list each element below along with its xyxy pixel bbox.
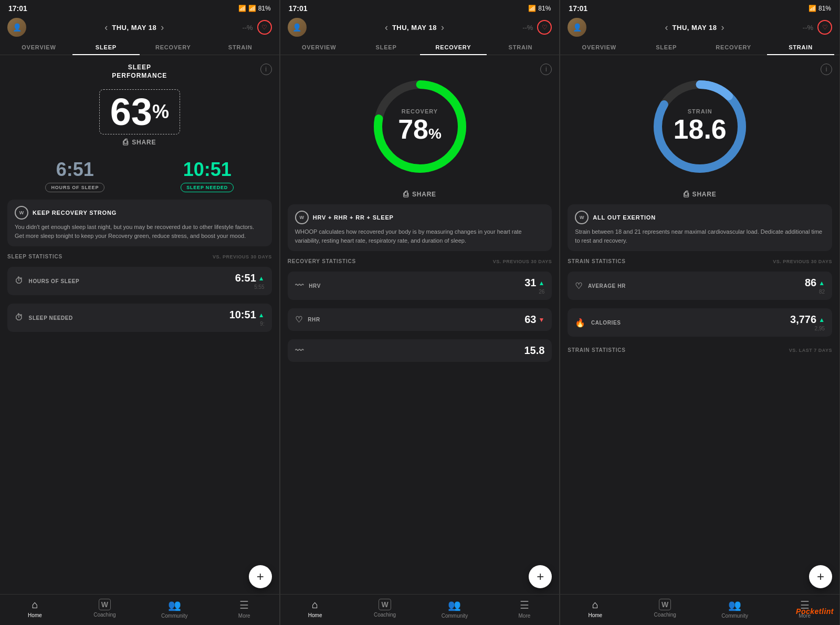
avatar-sleep[interactable]: 👤: [7, 18, 26, 37]
status-bar-sleep: 17:01 📶 📶 81%: [0, 0, 279, 15]
nav-community-sleep[interactable]: 👥 Community: [140, 599, 209, 619]
recovery-stat-rr-left: 〰: [295, 346, 309, 356]
battery-recovery: 81%: [538, 5, 551, 12]
tab-overview-recovery[interactable]: OVERVIEW: [286, 40, 353, 55]
strain-share-button[interactable]: ⎙ SHARE: [684, 190, 717, 199]
strain-stat-calories-right: 3,776 ▲ 2,95: [790, 314, 825, 331]
info-icon-strain[interactable]: i: [821, 64, 832, 75]
next-arrow-sleep[interactable]: ›: [161, 22, 164, 33]
strain-stats-vs2: VS. LAST 7 DAYS: [789, 348, 832, 353]
sleep-stat-needed-right: 10:51 ▲ 9:: [229, 309, 265, 327]
nav-more-recovery[interactable]: ☰ More: [489, 599, 559, 619]
tab-strain-recovery[interactable]: STRAIN: [487, 40, 554, 55]
sleep-stats-header: SLEEP STATISTICS VS. PREVIOUS 30 DAYS: [7, 252, 272, 262]
nav-community-recovery[interactable]: 👥 Community: [420, 599, 490, 619]
hrv-prev: 26: [539, 289, 544, 295]
sleep-stat-hours-right: 6:51 ▲ 5:55: [235, 272, 265, 290]
nav-home-strain[interactable]: ⌂ Home: [560, 599, 630, 619]
avghr-prev: 82: [819, 289, 825, 295]
nav-coaching-sleep[interactable]: W Coaching: [70, 599, 140, 619]
whoop-logo-sleep: W: [15, 206, 28, 220]
tab-overview-sleep[interactable]: OVERVIEW: [5, 40, 72, 55]
community-icon-recovery: 👥: [448, 599, 461, 611]
tab-recovery-recovery[interactable]: RECOVERY: [420, 40, 487, 55]
hours-of-sleep-value: 6:51: [56, 159, 94, 181]
recovery-share-label: SHARE: [412, 191, 436, 198]
sleep-stat-needed-left: ⏱ SLEEP NEEDED: [15, 313, 73, 322]
recovery-stat-rr-right: 15.8: [524, 345, 544, 357]
whoop-logo-strain: W: [575, 211, 589, 224]
tab-sleep-strain[interactable]: SLEEP: [633, 40, 700, 55]
tab-recovery-strain[interactable]: RECOVERY: [700, 40, 767, 55]
header-nav-strain: ‹ THU, MAY 18 ›: [591, 22, 798, 33]
sleep-stat-needed-label: SLEEP NEEDED: [29, 315, 73, 321]
sleep-share-button[interactable]: ⎙ SHARE: [123, 138, 156, 147]
community-icon-strain: 👥: [728, 599, 741, 611]
calories-trend: ▲: [818, 316, 825, 324]
recovery-stat-rhr: ♡ RHR 63 ▼: [288, 308, 552, 331]
sleep-panel: 17:01 📶 📶 81% 👤 ‹ THU, MAY 18 › --% ♡ OV…: [0, 0, 280, 625]
nav-coaching-recovery[interactable]: W Coaching: [350, 599, 420, 619]
recovery-ring-value: 78%: [398, 114, 442, 144]
strain-ring-value: 18.6: [674, 114, 727, 144]
whoop-logo-recovery: W: [295, 211, 309, 224]
header-right-strain: --% ♡: [803, 20, 832, 35]
strain-ring-center: STRAIN 18.6: [674, 108, 727, 144]
strain-ring: STRAIN 18.6: [647, 74, 752, 179]
tab-sleep-sleep[interactable]: SLEEP: [72, 40, 140, 55]
coaching-icon-sleep: W: [99, 599, 111, 610]
header-date-sleep: THU, MAY 18: [112, 24, 156, 32]
sleep-needed-badge: SLEEP NEEDED: [181, 183, 234, 192]
recovery-ring: RECOVERY 78%: [368, 74, 472, 179]
next-arrow-recovery[interactable]: ›: [441, 22, 444, 33]
header-date-recovery: THU, MAY 18: [392, 24, 437, 32]
nav-home-recovery[interactable]: ⌂ Home: [280, 599, 350, 619]
header-right-sleep: --% ♡: [242, 20, 271, 35]
tab-recovery-sleep[interactable]: RECOVERY: [140, 40, 207, 55]
next-arrow-strain[interactable]: ›: [721, 22, 724, 33]
recovery-stat-hrv-left: 〰 HRV: [295, 281, 321, 290]
nav-home-sleep[interactable]: ⌂ Home: [0, 599, 70, 619]
recovery-share-button[interactable]: ⎙ SHARE: [403, 190, 436, 199]
strain-share-wrapper: ⎙ SHARE: [568, 190, 832, 199]
recovery-coach-card: W HRV + RHR + RR + SLEEP WHOOP calculate…: [288, 204, 552, 251]
avatar-recovery[interactable]: 👤: [288, 18, 307, 37]
nav-coaching-strain[interactable]: W Coaching: [630, 599, 700, 619]
header-right-recovery: --% ♡: [522, 20, 552, 35]
header-pct-strain: --%: [803, 24, 813, 32]
prev-arrow-strain[interactable]: ‹: [665, 22, 668, 33]
tab-nav-strain: OVERVIEW SLEEP RECOVERY STRAIN: [560, 40, 839, 55]
recovery-stat-rhr-right: 63 ▼: [524, 314, 544, 326]
header-sleep: 👤 ‹ THU, MAY 18 › --% ♡: [0, 15, 279, 40]
tab-strain-strain[interactable]: STRAIN: [767, 40, 834, 55]
fab-button-strain[interactable]: +: [809, 565, 832, 588]
info-icon-sleep[interactable]: i: [260, 64, 272, 75]
more-icon-sleep: ☰: [239, 599, 249, 611]
clock-icon-needed: ⏱: [15, 313, 24, 322]
prev-arrow-sleep[interactable]: ‹: [104, 22, 108, 33]
sleep-score-pct: %: [152, 101, 169, 123]
tab-nav-recovery: OVERVIEW SLEEP RECOVERY STRAIN: [280, 40, 560, 55]
rhr-trend: ▼: [538, 316, 544, 324]
nav-community-strain[interactable]: 👥 Community: [700, 599, 770, 619]
status-bar-recovery: 17:01 📶 81%: [280, 0, 560, 15]
avatar-strain[interactable]: 👤: [568, 18, 586, 37]
tab-overview-strain[interactable]: OVERVIEW: [565, 40, 633, 55]
recovery-stat-hrv-right: 31 ▲ 26: [524, 277, 544, 295]
recovery-ring-center: RECOVERY 78%: [398, 108, 442, 144]
sleep-score-area: 63 % ⎙ SHARE: [7, 85, 272, 151]
tab-sleep-recovery[interactable]: SLEEP: [353, 40, 420, 55]
header-pct-sleep: --%: [242, 24, 253, 32]
nav-more-label-recovery: More: [519, 613, 531, 619]
sleep-performance-title: SLEEPPERFORMANCE: [7, 64, 272, 80]
nav-more-sleep[interactable]: ☰ More: [209, 599, 279, 619]
tab-strain-sleep[interactable]: STRAIN: [207, 40, 274, 55]
prev-arrow-recovery[interactable]: ‹: [385, 22, 388, 33]
coaching-icon-recovery: W: [379, 599, 391, 610]
fab-button-sleep[interactable]: +: [249, 565, 272, 588]
coaching-icon-strain: W: [659, 599, 671, 610]
sleep-stats-label: SLEEP STATISTICS: [7, 254, 62, 259]
hrv-icon: 〰: [295, 281, 304, 290]
strain-stat-avghr-right: 86 ▲ 82: [805, 277, 825, 295]
strain-stats-label2: STRAIN STATISTICS: [568, 347, 625, 353]
